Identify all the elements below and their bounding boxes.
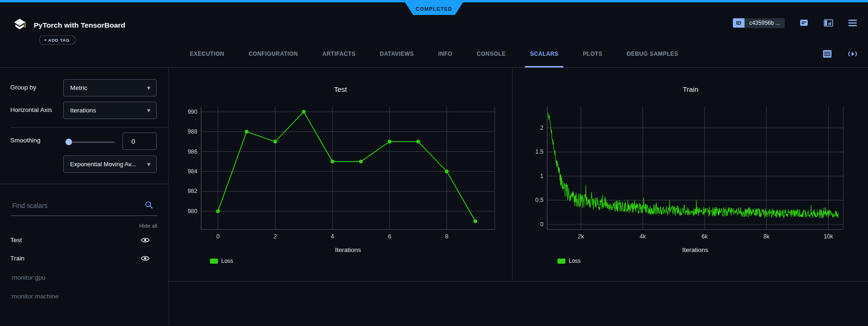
id-label: ID [733, 18, 745, 28]
group-by-select[interactable]: Metric ▼ [63, 79, 157, 96]
legend-swatch [210, 259, 218, 264]
legend-label: Loss [221, 258, 233, 264]
search-input[interactable] [11, 201, 139, 210]
svg-text:986: 986 [188, 148, 197, 155]
menu-icon[interactable] [847, 18, 858, 28]
x-axis-label: Iterations [201, 246, 495, 253]
content-divider [169, 281, 868, 282]
eye-visible-icon[interactable] [141, 237, 150, 243]
horizontal-axis-label: Horizontal Axis [10, 106, 52, 113]
svg-text:2: 2 [540, 125, 543, 131]
experiment-title: PyTorch with TensorBoard [34, 21, 125, 30]
scalars-sidebar: Group by Metric ▼ Horizontal Axis Iterat… [0, 67, 169, 326]
svg-text:0: 0 [217, 233, 220, 240]
train-chart-card[interactable]: 2k4k6k8k10k00.511.52 Train Iterations Lo… [513, 67, 868, 281]
svg-text:1: 1 [540, 173, 543, 179]
tab-dataviews[interactable]: DATAVIEWS [380, 40, 414, 67]
smoothing-value-input[interactable]: 0 [123, 133, 157, 150]
svg-text:988: 988 [188, 128, 197, 135]
details-panel-icon[interactable] [823, 18, 833, 28]
smoothing-method-select[interactable]: Exponential Moving Av... ▼ [63, 156, 157, 173]
svg-text:2: 2 [274, 233, 277, 240]
tab-execution[interactable]: EXECUTION [190, 40, 224, 67]
svg-text:990: 990 [188, 109, 197, 115]
svg-text:982: 982 [188, 188, 197, 194]
metric-row-test[interactable]: Test [0, 231, 168, 249]
metric-row-train[interactable]: Train [0, 249, 168, 267]
svg-text:0: 0 [540, 221, 543, 228]
slider-thumb[interactable] [65, 139, 72, 145]
svg-text:10k: 10k [824, 233, 833, 240]
metric-row-monitor-gpu[interactable]: :monitor:gpu [0, 268, 168, 286]
svg-text:8k: 8k [763, 233, 770, 240]
horizontal-axis-select[interactable]: Iterations ▼ [63, 102, 157, 119]
svg-text:4: 4 [331, 233, 334, 240]
hide-all-button[interactable]: Hide all [139, 223, 157, 229]
tab-bar: EXECUTION CONFIGURATION ARTIFACTS DATAVI… [0, 40, 868, 68]
smoothing-label: Smoothing [10, 137, 41, 144]
svg-text:980: 980 [188, 208, 197, 215]
svg-text:1.5: 1.5 [535, 148, 543, 155]
tab-debug-samples[interactable]: DEBUG SAMPLES [627, 40, 678, 67]
tab-configuration[interactable]: CONFIGURATION [248, 40, 298, 67]
tab-plots[interactable]: PLOTS [583, 40, 602, 67]
description-icon[interactable] [799, 18, 809, 28]
chevron-down-icon: ▼ [146, 85, 152, 91]
tab-artifacts[interactable]: ARTIFACTS [322, 40, 355, 67]
legend-swatch [557, 259, 565, 264]
tab-scalars[interactable]: SCALARS [530, 40, 558, 67]
svg-text:0.5: 0.5 [535, 197, 543, 203]
chart-legend[interactable]: Loss [557, 258, 580, 264]
chevron-down-icon: ▼ [146, 107, 152, 114]
smoothing-slider[interactable] [65, 139, 115, 145]
id-value: c435956b ... [745, 18, 785, 28]
eye-visible-icon[interactable] [141, 255, 150, 261]
experiment-page: COMPLETED PyTorch with TensorBoard + ADD… [0, 0, 868, 326]
chevron-down-icon: ▼ [146, 161, 152, 168]
x-axis-label: Iterations [547, 246, 843, 253]
auto-refresh-icon[interactable] [847, 49, 858, 59]
find-scalars-search [11, 201, 157, 210]
group-by-label: Group by [10, 84, 36, 91]
experiment-type-icon [13, 18, 27, 34]
svg-text:8: 8 [445, 233, 448, 240]
header: PyTorch with TensorBoard + ADD TAG ID c4… [0, 2, 868, 40]
legend-label: Loss [569, 258, 580, 264]
svg-text:6: 6 [388, 233, 391, 240]
search-icon[interactable] [145, 200, 153, 211]
svg-text:984: 984 [188, 168, 197, 175]
test-chart-card[interactable]: 02468980982984986988990 Test Iterations … [169, 67, 513, 281]
tab-info[interactable]: INFO [438, 40, 452, 67]
svg-text:6k: 6k [702, 233, 708, 240]
charts-area: 02468980982984986988990 Test Iterations … [169, 67, 868, 281]
svg-text:4k: 4k [640, 233, 646, 240]
experiment-id-chip[interactable]: ID c435956b ... [733, 18, 785, 28]
metric-row-monitor-machine[interactable]: :monitor:machine [0, 287, 168, 305]
chart-title: Train [513, 85, 868, 93]
svg-text:2k: 2k [578, 233, 584, 240]
chart-legend[interactable]: Loss [210, 258, 233, 264]
metrics-table-icon[interactable] [822, 49, 832, 59]
chart-title: Test [169, 85, 512, 93]
tab-console[interactable]: CONSOLE [477, 40, 506, 67]
